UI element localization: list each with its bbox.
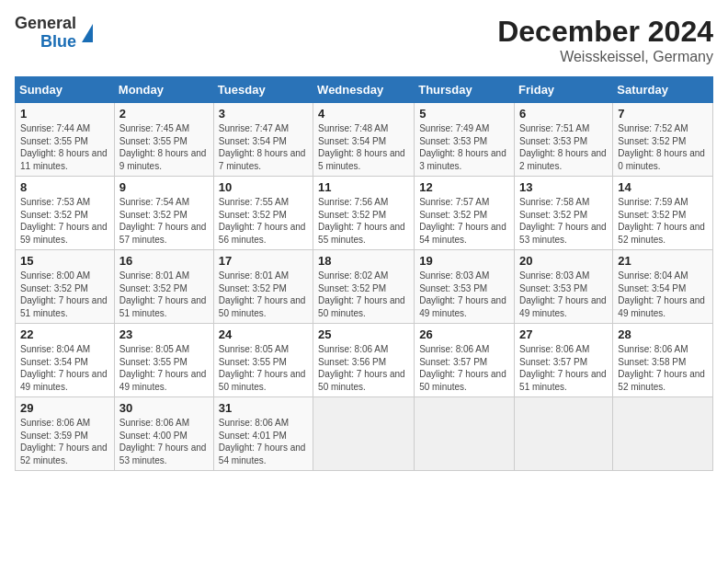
day-info: Sunrise: 7:55 AM Sunset: 3:52 PM Dayligh… (219, 196, 308, 246)
calendar-cell: 24Sunrise: 8:05 AM Sunset: 3:55 PM Dayli… (213, 324, 313, 397)
day-number: 14 (618, 180, 708, 194)
day-info: Sunrise: 7:51 AM Sunset: 3:53 PM Dayligh… (519, 122, 608, 172)
title-block: December 2024 Weisskeissel, Germany (497, 15, 713, 65)
calendar-cell: 30Sunrise: 8:06 AM Sunset: 4:00 PM Dayli… (114, 397, 213, 471)
calendar-cell: 14Sunrise: 7:59 AM Sunset: 3:52 PM Dayli… (613, 177, 713, 250)
day-number: 27 (519, 327, 608, 341)
day-info: Sunrise: 8:06 AM Sunset: 4:01 PM Dayligh… (219, 417, 308, 466)
day-number: 9 (119, 180, 209, 194)
day-number: 23 (119, 327, 209, 341)
calendar-cell: 18Sunrise: 8:02 AM Sunset: 3:52 PM Dayli… (313, 250, 415, 324)
calendar-week-row: 8Sunrise: 7:53 AM Sunset: 3:52 PM Daylig… (16, 177, 713, 250)
day-number: 17 (219, 254, 308, 268)
day-info: Sunrise: 8:04 AM Sunset: 3:54 PM Dayligh… (618, 270, 708, 319)
day-info: Sunrise: 7:57 AM Sunset: 3:52 PM Dayligh… (419, 196, 509, 246)
day-number: 22 (20, 327, 109, 341)
day-number: 25 (318, 327, 409, 341)
day-info: Sunrise: 7:44 AM Sunset: 3:55 PM Dayligh… (20, 122, 109, 172)
logo-blue: Blue (40, 33, 76, 52)
calendar-cell: 10Sunrise: 7:55 AM Sunset: 3:52 PM Dayli… (213, 177, 313, 250)
calendar-cell: 3Sunrise: 7:47 AM Sunset: 3:54 PM Daylig… (213, 103, 313, 177)
day-number: 20 (519, 254, 608, 268)
weekday-header-friday: Friday (515, 77, 613, 103)
day-number: 3 (219, 107, 308, 121)
day-info: Sunrise: 7:53 AM Sunset: 3:52 PM Dayligh… (20, 196, 109, 246)
weekday-header-sunday: Sunday (16, 77, 115, 103)
day-info: Sunrise: 7:56 AM Sunset: 3:52 PM Dayligh… (318, 196, 409, 246)
calendar-cell: 27Sunrise: 8:06 AM Sunset: 3:57 PM Dayli… (515, 324, 613, 397)
calendar-cell: 6Sunrise: 7:51 AM Sunset: 3:53 PM Daylig… (515, 103, 613, 177)
calendar-cell: 5Sunrise: 7:49 AM Sunset: 3:53 PM Daylig… (415, 103, 515, 177)
calendar-cell (515, 397, 613, 471)
day-number: 13 (519, 180, 608, 194)
page-title: December 2024 (497, 15, 713, 49)
day-number: 6 (519, 107, 608, 121)
day-number: 28 (618, 327, 708, 341)
calendar-cell (613, 397, 713, 471)
calendar-cell: 21Sunrise: 8:04 AM Sunset: 3:54 PM Dayli… (613, 250, 713, 324)
calendar-table: SundayMondayTuesdayWednesdayThursdayFrid… (15, 76, 713, 471)
day-number: 8 (20, 180, 109, 194)
calendar-cell: 31Sunrise: 8:06 AM Sunset: 4:01 PM Dayli… (213, 397, 313, 471)
day-info: Sunrise: 8:00 AM Sunset: 3:52 PM Dayligh… (20, 270, 109, 319)
day-info: Sunrise: 8:03 AM Sunset: 3:53 PM Dayligh… (419, 270, 509, 319)
day-number: 24 (219, 327, 308, 341)
day-info: Sunrise: 8:06 AM Sunset: 3:57 PM Dayligh… (519, 343, 608, 393)
calendar-cell: 7Sunrise: 7:52 AM Sunset: 3:52 PM Daylig… (613, 103, 713, 177)
day-info: Sunrise: 8:06 AM Sunset: 3:59 PM Dayligh… (20, 417, 109, 466)
day-number: 31 (219, 401, 308, 415)
calendar-cell: 25Sunrise: 8:06 AM Sunset: 3:56 PM Dayli… (313, 324, 415, 397)
day-info: Sunrise: 7:54 AM Sunset: 3:52 PM Dayligh… (119, 196, 209, 246)
calendar-cell: 20Sunrise: 8:03 AM Sunset: 3:53 PM Dayli… (515, 250, 613, 324)
calendar-cell: 8Sunrise: 7:53 AM Sunset: 3:52 PM Daylig… (16, 177, 115, 250)
day-info: Sunrise: 8:05 AM Sunset: 3:55 PM Dayligh… (219, 343, 308, 393)
day-number: 7 (618, 107, 708, 121)
calendar-cell (313, 397, 415, 471)
calendar-cell: 17Sunrise: 8:01 AM Sunset: 3:52 PM Dayli… (213, 250, 313, 324)
calendar-cell: 11Sunrise: 7:56 AM Sunset: 3:52 PM Dayli… (313, 177, 415, 250)
weekday-header-monday: Monday (114, 77, 213, 103)
logo: General Blue (15, 15, 93, 52)
calendar-cell: 19Sunrise: 8:03 AM Sunset: 3:53 PM Dayli… (415, 250, 515, 324)
weekday-header-saturday: Saturday (613, 77, 713, 103)
calendar-cell: 2Sunrise: 7:45 AM Sunset: 3:55 PM Daylig… (114, 103, 213, 177)
day-info: Sunrise: 7:58 AM Sunset: 3:52 PM Dayligh… (519, 196, 608, 246)
calendar-cell: 12Sunrise: 7:57 AM Sunset: 3:52 PM Dayli… (415, 177, 515, 250)
calendar-cell: 4Sunrise: 7:48 AM Sunset: 3:54 PM Daylig… (313, 103, 415, 177)
day-number: 18 (318, 254, 409, 268)
calendar-cell: 16Sunrise: 8:01 AM Sunset: 3:52 PM Dayli… (114, 250, 213, 324)
day-info: Sunrise: 8:06 AM Sunset: 3:57 PM Dayligh… (419, 343, 509, 393)
calendar-cell: 9Sunrise: 7:54 AM Sunset: 3:52 PM Daylig… (114, 177, 213, 250)
calendar-cell: 15Sunrise: 8:00 AM Sunset: 3:52 PM Dayli… (16, 250, 115, 324)
calendar-cell (415, 397, 515, 471)
day-number: 15 (20, 254, 109, 268)
day-info: Sunrise: 8:02 AM Sunset: 3:52 PM Dayligh… (318, 270, 409, 319)
day-number: 21 (618, 254, 708, 268)
day-number: 26 (419, 327, 509, 341)
day-info: Sunrise: 8:05 AM Sunset: 3:55 PM Dayligh… (119, 343, 209, 393)
day-info: Sunrise: 8:06 AM Sunset: 3:56 PM Dayligh… (318, 343, 409, 393)
calendar-week-row: 15Sunrise: 8:00 AM Sunset: 3:52 PM Dayli… (16, 250, 713, 324)
day-info: Sunrise: 8:04 AM Sunset: 3:54 PM Dayligh… (20, 343, 109, 393)
weekday-header-thursday: Thursday (415, 77, 515, 103)
calendar-cell: 29Sunrise: 8:06 AM Sunset: 3:59 PM Dayli… (16, 397, 115, 471)
calendar-week-row: 1Sunrise: 7:44 AM Sunset: 3:55 PM Daylig… (16, 103, 713, 177)
day-number: 16 (119, 254, 209, 268)
day-info: Sunrise: 7:52 AM Sunset: 3:52 PM Dayligh… (618, 122, 708, 172)
calendar-cell: 28Sunrise: 8:06 AM Sunset: 3:58 PM Dayli… (613, 324, 713, 397)
calendar-week-row: 29Sunrise: 8:06 AM Sunset: 3:59 PM Dayli… (16, 397, 713, 471)
weekday-header-tuesday: Tuesday (213, 77, 313, 103)
day-number: 19 (419, 254, 509, 268)
day-info: Sunrise: 7:49 AM Sunset: 3:53 PM Dayligh… (419, 122, 509, 172)
day-number: 4 (318, 107, 409, 121)
calendar-header-row: SundayMondayTuesdayWednesdayThursdayFrid… (16, 77, 713, 103)
day-info: Sunrise: 7:48 AM Sunset: 3:54 PM Dayligh… (318, 122, 409, 172)
logo-triangle-icon (82, 24, 93, 42)
day-number: 1 (20, 107, 109, 121)
day-info: Sunrise: 7:45 AM Sunset: 3:55 PM Dayligh… (119, 122, 209, 172)
day-info: Sunrise: 7:47 AM Sunset: 3:54 PM Dayligh… (219, 122, 308, 172)
day-number: 30 (119, 401, 209, 415)
day-number: 2 (119, 107, 209, 121)
calendar-cell: 26Sunrise: 8:06 AM Sunset: 3:57 PM Dayli… (415, 324, 515, 397)
day-info: Sunrise: 8:03 AM Sunset: 3:53 PM Dayligh… (519, 270, 608, 319)
